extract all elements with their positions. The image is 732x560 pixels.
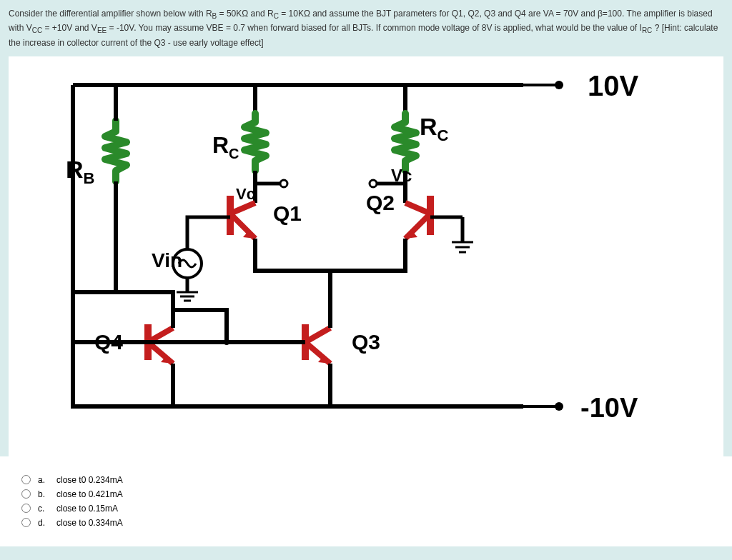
option-a-text: close t0 0.234mA <box>56 475 123 485</box>
svg-point-0 <box>555 81 563 89</box>
svg-point-4 <box>224 339 229 345</box>
label-vc-right: Vc <box>391 166 412 185</box>
qtext-2: = 50KΩ and R <box>217 9 273 19</box>
option-a-letter: a. <box>38 475 48 485</box>
qtext-rc-sub: C <box>274 12 279 20</box>
label-q3: Q3 <box>352 330 380 354</box>
transistor-q3 <box>305 324 330 364</box>
option-b-text: close to 0.421mA <box>56 489 123 499</box>
option-c-letter: c. <box>38 504 48 514</box>
label-rc-left: RC <box>212 132 239 161</box>
circuit-svg: 10V RB RC Vc RC Vc Q1 <box>9 56 723 456</box>
radio-d[interactable] <box>21 518 31 527</box>
qtext-4: = +10V and V <box>42 23 97 33</box>
qtext-irc-sub: RC <box>642 27 652 35</box>
radio-c[interactable] <box>21 504 31 513</box>
qtext-5: = -10V. You may assume VBE = 0.7 when fo… <box>107 23 642 33</box>
option-a[interactable]: a. close t0 0.234mA <box>21 475 711 485</box>
option-b[interactable]: b. close to 0.421mA <box>21 489 711 499</box>
svg-point-2 <box>370 180 377 187</box>
circuit-diagram: 10V RB RC Vc RC Vc Q1 <box>9 56 723 456</box>
label-rb: RB <box>66 156 94 187</box>
option-b-letter: b. <box>38 489 48 499</box>
option-d-text: close to 0.334mA <box>56 518 123 528</box>
label-q2: Q2 <box>366 191 395 214</box>
label-vc-left: Vc <box>236 185 255 203</box>
label-rc-right: RC <box>420 113 449 144</box>
qtext-1: Consider the differential amplifier show… <box>9 9 212 19</box>
label-vin: Vin <box>152 249 182 271</box>
label-q1: Q1 <box>273 201 302 225</box>
radio-a[interactable] <box>21 475 31 484</box>
option-d[interactable]: d. close to 0.334mA <box>21 518 711 528</box>
question-prompt: Consider the differential amplifier show… <box>0 0 732 56</box>
answer-options: a. close t0 0.234mA b. close to 0.421mA … <box>0 456 732 546</box>
svg-point-1 <box>280 180 287 187</box>
option-c-text: close to 0.15mA <box>56 504 118 514</box>
label-vcc: 10V <box>588 70 638 101</box>
qtext-vee-sub: EE <box>97 27 107 35</box>
label-vee: -10V <box>580 393 638 423</box>
option-d-letter: d. <box>38 518 48 528</box>
radio-b[interactable] <box>21 489 31 499</box>
transistor-q2 <box>405 196 463 239</box>
qtext-vcc-sub: CC <box>32 27 42 35</box>
option-c[interactable]: c. close to 0.15mA <box>21 504 711 514</box>
